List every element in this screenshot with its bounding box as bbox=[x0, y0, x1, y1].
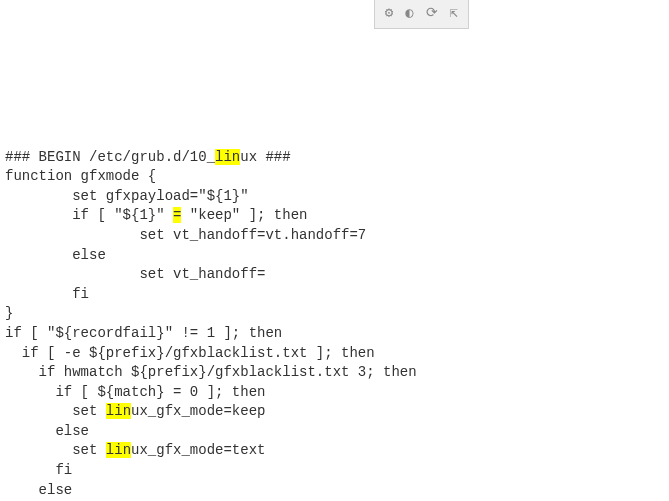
code-line: if [ ${match} = 0 ]; then bbox=[5, 384, 265, 400]
code-line: set bbox=[5, 403, 106, 419]
code-line: fi bbox=[5, 462, 72, 478]
code-line: set bbox=[5, 442, 106, 458]
code-line: set vt_handoff=vt.handoff=7 bbox=[5, 227, 366, 243]
code-line: ux_gfx_mode=text bbox=[131, 442, 265, 458]
code-line: "keep" ]; then bbox=[181, 207, 307, 223]
code-line: if [ "${recordfail}" != 1 ]; then bbox=[5, 325, 282, 341]
highlight: lin bbox=[215, 149, 240, 165]
theme-icon[interactable]: ◐ bbox=[405, 4, 413, 24]
code-line: function gfxmode { bbox=[5, 168, 156, 184]
highlight: lin bbox=[106, 442, 131, 458]
code-line: set vt_handoff= bbox=[5, 266, 265, 282]
toolbar: ⚙ ◐ ⟳ ⇱ bbox=[374, 0, 469, 29]
highlight: lin bbox=[106, 403, 131, 419]
code-line: fi bbox=[5, 286, 89, 302]
code-line: if hwmatch ${prefix}/gfxblacklist.txt 3;… bbox=[5, 364, 417, 380]
refresh-icon[interactable]: ⟳ bbox=[426, 4, 438, 24]
settings-icon[interactable]: ⚙ bbox=[385, 4, 393, 24]
code-line: } bbox=[5, 305, 13, 321]
code-line: else bbox=[5, 247, 106, 263]
code-line: else bbox=[5, 423, 89, 439]
code-line: else bbox=[5, 482, 72, 498]
code-line: ### BEGIN /etc/grub.d/10_ bbox=[5, 149, 215, 165]
code-block: ### BEGIN /etc/grub.d/10_linux ### funct… bbox=[0, 118, 669, 501]
code-line: if [ "${1}" bbox=[5, 207, 173, 223]
expand-icon[interactable]: ⇱ bbox=[450, 4, 458, 24]
code-line: set gfxpayload="${1}" bbox=[5, 188, 249, 204]
code-line: ux ### bbox=[240, 149, 290, 165]
code-line: if [ -e ${prefix}/gfxblacklist.txt ]; th… bbox=[5, 345, 375, 361]
code-line: ux_gfx_mode=keep bbox=[131, 403, 265, 419]
